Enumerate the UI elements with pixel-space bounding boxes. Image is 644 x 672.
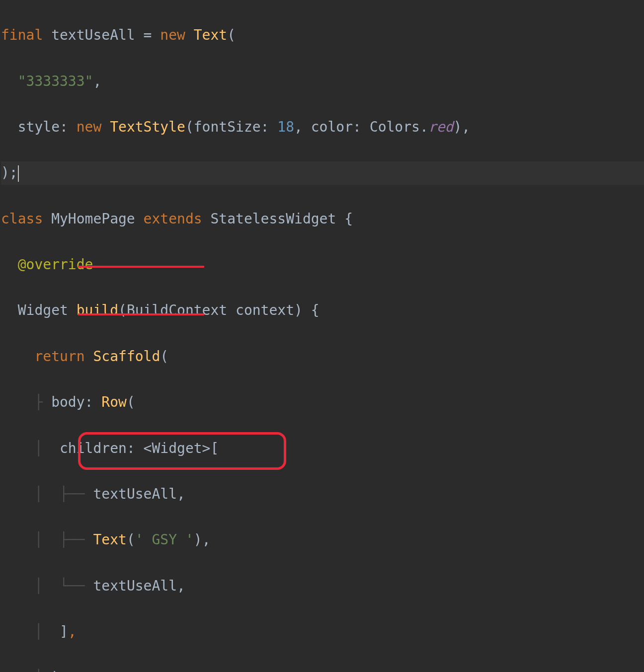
text-caret xyxy=(18,165,19,182)
static-red: red xyxy=(428,119,454,135)
code-line: │ ), xyxy=(1,666,644,672)
class-Scaffold: Scaffold xyxy=(93,348,160,365)
class-TextStyle: TextStyle xyxy=(110,119,185,135)
code-line: style: new TextStyle(fontSize: 18, color… xyxy=(1,116,644,139)
class-Text: Text xyxy=(194,27,227,43)
identifier-textUseAll: textUseAll xyxy=(51,27,135,43)
code-line-current: ); xyxy=(1,161,644,184)
code-line: final textUseAll = new Text( xyxy=(1,24,644,47)
code-editor[interactable]: final textUseAll = new Text( "3333333", … xyxy=(0,0,644,672)
identifier-textUseAll: textUseAll xyxy=(93,486,177,502)
method-build: build xyxy=(77,302,118,318)
string-literal: "3333333" xyxy=(18,73,93,89)
identifier-textUseAll: textUseAll xyxy=(93,578,177,594)
code-line: "3333333", xyxy=(1,70,644,93)
code-line: Widget build(BuildContext context) { xyxy=(1,299,644,322)
string-literal: ' GSY ' xyxy=(135,531,194,548)
code-line: │ └── textUseAll, xyxy=(1,575,644,597)
annotation-box xyxy=(78,432,286,470)
code-line: │ ├── textUseAll, xyxy=(1,483,644,506)
annotation-override: @override xyxy=(18,256,93,273)
code-line: │ ], xyxy=(1,620,644,643)
code-line: class MyHomePage extends StatelessWidget… xyxy=(1,208,644,230)
keyword-final: final xyxy=(1,27,43,43)
annotation-underline-2 xyxy=(78,313,204,315)
code-line: @override xyxy=(1,253,644,276)
class-StatelessWidget: StatelessWidget xyxy=(210,211,336,227)
code-line: │ ├── Text(' GSY '), xyxy=(1,528,644,551)
annotation-underline-1 xyxy=(78,266,204,268)
code-line: ├ body: Row( xyxy=(1,391,644,414)
class-MyHomePage: MyHomePage xyxy=(51,211,135,227)
code-line: return Scaffold( xyxy=(1,345,644,368)
class-Row: Row xyxy=(101,394,127,410)
